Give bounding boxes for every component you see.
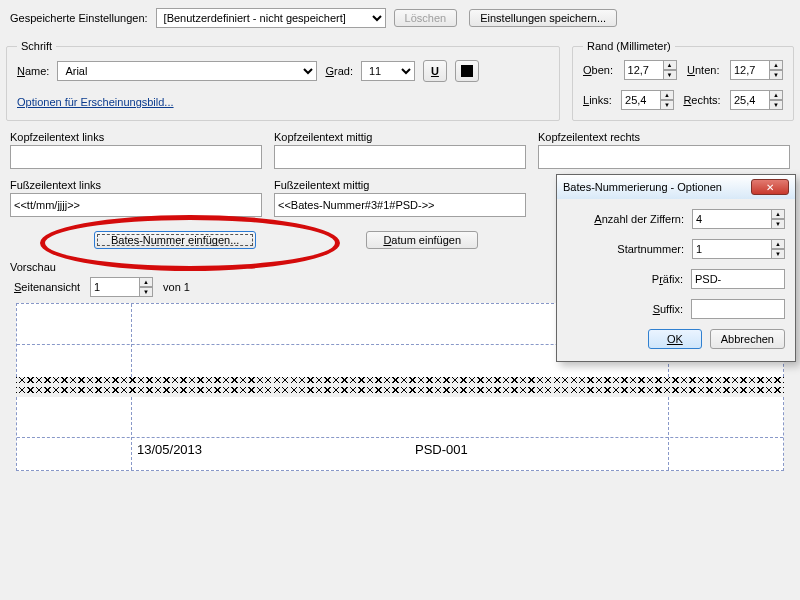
margin-bottom-label: Unten: (687, 64, 719, 76)
prefix-label: Präfix: (652, 273, 683, 285)
spin-up[interactable]: ▲ (663, 60, 677, 70)
margin-right-input[interactable] (730, 90, 770, 110)
spin-up[interactable]: ▲ (769, 60, 783, 70)
margin-top-label: Oben: (583, 64, 613, 76)
footer-left-label: Fußzeilentext links (10, 179, 262, 191)
margin-left-label: Links: (583, 94, 612, 106)
spin-down[interactable]: ▼ (769, 100, 783, 110)
digits-input[interactable] (692, 209, 772, 229)
delete-button[interactable]: Löschen (394, 9, 458, 27)
header-left-label: Kopfzeilentext links (10, 131, 262, 143)
spin-up[interactable]: ▲ (139, 277, 153, 287)
page-label: Seitenansicht (14, 281, 80, 293)
start-label: Startnummer: (617, 243, 684, 255)
margin-bottom-input[interactable] (730, 60, 770, 80)
text-color-icon[interactable] (455, 60, 479, 82)
spin-up[interactable]: ▲ (771, 239, 785, 249)
ok-button[interactable]: OK (648, 329, 702, 349)
preview-date-text: 13/05/2013 (137, 442, 202, 457)
saved-settings-select[interactable]: [Benutzerdefiniert - nicht gespeichert] (156, 8, 386, 28)
spin-down[interactable]: ▼ (663, 70, 677, 80)
insert-date-button[interactable]: Datum einfügen (366, 231, 478, 249)
header-center-label: Kopfzeilentext mittig (274, 131, 526, 143)
header-right-label: Kopfzeilentext rechts (538, 131, 790, 143)
footer-center-input[interactable] (274, 193, 526, 217)
header-center-input[interactable] (274, 145, 526, 169)
margin-top-input[interactable] (624, 60, 664, 80)
spin-up[interactable]: ▲ (771, 209, 785, 219)
spin-down[interactable]: ▼ (139, 287, 153, 297)
suffix-label: Suffix: (653, 303, 683, 315)
header-right-input[interactable] (538, 145, 790, 169)
appearance-options-link[interactable]: Optionen für Erscheinungsbild... (17, 96, 174, 108)
header-left-input[interactable] (10, 145, 262, 169)
insert-bates-button[interactable]: Bates-Nummer einfügen... (94, 231, 256, 249)
cancel-button[interactable]: Abbrechen (710, 329, 785, 349)
spin-up[interactable]: ▲ (769, 90, 783, 100)
start-input[interactable] (692, 239, 772, 259)
spin-down[interactable]: ▼ (660, 100, 674, 110)
saved-settings-label: Gespeicherte Einstellungen: (10, 12, 148, 24)
page-number-input[interactable] (90, 277, 140, 297)
margin-right-label: Rechts: (683, 94, 720, 106)
spin-down[interactable]: ▼ (771, 249, 785, 259)
font-name-select[interactable]: Arial (57, 61, 317, 81)
dialog-title: Bates-Nummerierung - Optionen (563, 181, 722, 193)
font-size-label: Grad: (325, 65, 353, 77)
font-size-select[interactable]: 11 (361, 61, 415, 81)
spin-down[interactable]: ▼ (769, 70, 783, 80)
digits-label: Anzahl der Ziffern: (594, 213, 684, 225)
prefix-input[interactable] (691, 269, 785, 289)
spin-up[interactable]: ▲ (660, 90, 674, 100)
margin-legend: Rand (Millimeter) (583, 40, 675, 52)
underline-icon[interactable]: U (423, 60, 447, 82)
spin-down[interactable]: ▼ (771, 219, 785, 229)
save-settings-button[interactable]: Einstellungen speichern... (469, 9, 617, 27)
margin-left-input[interactable] (621, 90, 661, 110)
preview-bates-text: PSD-001 (415, 442, 468, 457)
close-icon[interactable]: ✕ (751, 179, 789, 195)
page-of-label: von 1 (163, 281, 190, 293)
font-legend: Schrift (17, 40, 56, 52)
font-name-label: Name: (17, 65, 49, 77)
bates-options-dialog: Bates-Nummerierung - Optionen ✕ Anzahl d… (556, 174, 796, 362)
footer-center-label: Fußzeilentext mittig (274, 179, 526, 191)
footer-left-input[interactable] (10, 193, 262, 217)
suffix-input[interactable] (691, 299, 785, 319)
